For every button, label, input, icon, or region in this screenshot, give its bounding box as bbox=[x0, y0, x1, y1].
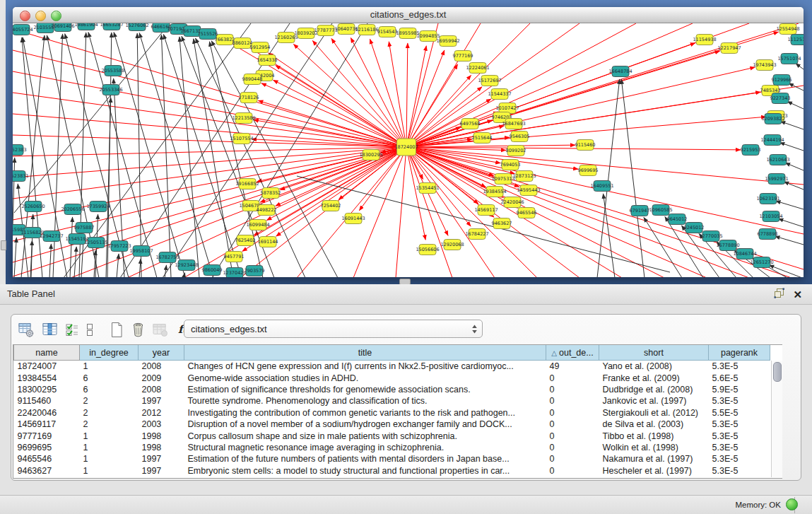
table-scrollbar-thumb[interactable] bbox=[773, 362, 782, 382]
cell-title[interactable]: Disruption of a novel member of a sodium… bbox=[184, 419, 546, 430]
table-row[interactable]: 1872400712008Changes of HCN gene express… bbox=[14, 361, 770, 373]
cell-in_degree[interactable]: 1 bbox=[80, 465, 139, 477]
cell-year[interactable]: 2012 bbox=[139, 407, 184, 419]
network-graph[interactable]: 1872400776638228860124591295416543382342… bbox=[13, 23, 804, 277]
table-scrollbar[interactable] bbox=[771, 361, 782, 477]
delete-column-icon[interactable] bbox=[131, 322, 146, 338]
cell-short[interactable]: Franke et al. (2009) bbox=[599, 372, 709, 383]
cell-out_degree[interactable]: 49 bbox=[546, 361, 599, 373]
cell-in_degree[interactable]: 6 bbox=[80, 372, 139, 383]
cell-out_degree[interactable]: 0 bbox=[546, 372, 599, 383]
cell-in_degree[interactable]: 2 bbox=[80, 419, 139, 430]
cell-name[interactable]: 22420046 bbox=[14, 407, 80, 419]
cell-title[interactable]: Embryonic stem cells: a model to study s… bbox=[184, 465, 546, 477]
cell-short[interactable]: Wolkin et al. (1998) bbox=[599, 442, 709, 453]
column-header-out_degree[interactable]: △out_de... bbox=[546, 345, 599, 361]
cell-pagerank[interactable]: 5.3E-5 bbox=[709, 465, 770, 477]
cell-pagerank[interactable]: 5.3E-5 bbox=[709, 453, 770, 465]
cell-in_degree[interactable]: 2 bbox=[80, 407, 139, 419]
cell-year[interactable]: 1997 bbox=[139, 453, 184, 465]
column-header-name[interactable]: name bbox=[14, 345, 80, 361]
cell-name[interactable]: 9777169 bbox=[14, 430, 80, 441]
new-column-icon[interactable] bbox=[110, 322, 124, 338]
cell-pagerank[interactable]: 5.3E-5 bbox=[709, 430, 770, 441]
cell-title[interactable]: Changes of HCN gene expression and I(f) … bbox=[184, 361, 546, 373]
cell-in_degree[interactable]: 2 bbox=[80, 395, 139, 407]
cell-year[interactable]: 2003 bbox=[139, 419, 184, 430]
column-header-year[interactable]: year bbox=[139, 345, 184, 361]
cell-short[interactable]: Hescheler et al. (1997) bbox=[599, 465, 709, 477]
cell-out_degree[interactable]: 0 bbox=[546, 384, 599, 395]
cell-out_degree[interactable]: 0 bbox=[546, 442, 599, 453]
show-columns-icon[interactable] bbox=[42, 322, 58, 338]
cell-pagerank[interactable]: 5.6E-5 bbox=[709, 372, 770, 383]
cell-short[interactable]: Dudbridge et al. (2008) bbox=[599, 384, 709, 395]
cell-short[interactable]: de Silva et al. (2003) bbox=[599, 419, 709, 430]
table-row[interactable]: 977716911998Corpus callosum shape and si… bbox=[14, 430, 770, 441]
cell-name[interactable]: 9115460 bbox=[14, 395, 80, 407]
cell-name[interactable]: 14569117 bbox=[14, 419, 80, 430]
table-row[interactable]: 911546021997Tourette syndrome. Phenomeno… bbox=[14, 395, 770, 407]
table-selector-dropdown[interactable]: citations_edges.txt bbox=[184, 320, 483, 338]
table-row[interactable]: 1456911722003Disruption of a novel membe… bbox=[14, 419, 770, 430]
column-header-pagerank[interactable]: pagerank bbox=[709, 345, 770, 361]
cell-out_degree[interactable]: 0 bbox=[546, 395, 599, 407]
network-canvas[interactable]: 1872400776638228860124591295416543382342… bbox=[13, 23, 804, 277]
cell-name[interactable]: 18300295 bbox=[14, 384, 80, 395]
table-row[interactable]: 969969511998Structural magnetic resonanc… bbox=[14, 442, 770, 453]
cell-in_degree[interactable]: 6 bbox=[80, 384, 139, 395]
collapsed-panel-grip[interactable] bbox=[1, 240, 6, 250]
import-table-icon[interactable] bbox=[153, 322, 168, 338]
cell-name[interactable]: 9699695 bbox=[14, 442, 80, 453]
cell-year[interactable]: 1998 bbox=[139, 430, 184, 441]
cell-title[interactable]: Investigating the contribution of common… bbox=[184, 407, 546, 419]
cell-out_degree[interactable]: 0 bbox=[546, 453, 599, 465]
close-panel-icon[interactable]: ✕ bbox=[793, 289, 802, 300]
cell-pagerank[interactable]: 5.3E-5 bbox=[709, 419, 770, 430]
cell-year[interactable]: 1997 bbox=[139, 465, 184, 477]
cell-name[interactable]: 9465546 bbox=[14, 453, 80, 465]
column-header-in_degree[interactable]: in_degree bbox=[80, 345, 139, 361]
cell-out_degree[interactable]: 0 bbox=[546, 407, 599, 419]
cell-name[interactable]: 19384554 bbox=[14, 372, 80, 383]
table-mode-icon[interactable] bbox=[18, 322, 35, 338]
cell-pagerank[interactable]: 5.3E-5 bbox=[709, 395, 770, 407]
cell-name[interactable]: 18724007 bbox=[14, 361, 80, 373]
cell-title[interactable]: Estimation of the future numbers of pati… bbox=[184, 453, 546, 465]
row-height-icon[interactable] bbox=[86, 322, 94, 338]
float-panel-icon[interactable] bbox=[774, 288, 784, 301]
cell-in_degree[interactable]: 1 bbox=[80, 361, 139, 373]
cell-short[interactable]: Stergiakouli et al. (2012) bbox=[599, 407, 709, 419]
cell-in_degree[interactable]: 1 bbox=[80, 430, 139, 441]
network-window-titlebar[interactable]: citations_edges.txt bbox=[13, 7, 804, 23]
cell-year[interactable]: 2009 bbox=[139, 372, 184, 383]
cell-pagerank[interactable]: 5.3E-5 bbox=[709, 442, 770, 453]
cell-pagerank[interactable]: 5.3E-5 bbox=[709, 361, 770, 373]
select-rows-icon[interactable] bbox=[65, 322, 79, 338]
cell-short[interactable]: Yano et al. (2008) bbox=[599, 361, 709, 373]
cell-out_degree[interactable]: 0 bbox=[546, 419, 599, 430]
table-row[interactable]: 1938455462009Genome-wide association stu… bbox=[14, 372, 770, 383]
cell-short[interactable]: Nakamura et al. (1997) bbox=[599, 453, 709, 465]
cell-pagerank[interactable]: 5.9E-5 bbox=[709, 384, 770, 395]
network-window[interactable]: citations_edges.txt 18724007766382288601… bbox=[13, 7, 804, 277]
cell-title[interactable]: Genome-wide association studies in ADHD. bbox=[184, 372, 546, 383]
cell-name[interactable]: 9463627 bbox=[14, 465, 80, 477]
column-header-title[interactable]: title bbox=[184, 345, 546, 361]
cell-in_degree[interactable]: 1 bbox=[80, 442, 139, 453]
cell-title[interactable]: Corpus callosum shape and size in male p… bbox=[184, 430, 546, 441]
table-row[interactable]: 946554611997Estimation of the future num… bbox=[14, 453, 770, 465]
cell-out_degree[interactable]: 0 bbox=[546, 465, 599, 477]
cell-year[interactable]: 1997 bbox=[139, 395, 184, 407]
cell-pagerank[interactable]: 5.5E-5 bbox=[709, 407, 770, 419]
cell-out_degree[interactable]: 0 bbox=[546, 430, 599, 441]
table-row[interactable]: 946362711997Embryonic stem cells: a mode… bbox=[14, 465, 770, 477]
table-row[interactable]: 2242004622012Investigating the contribut… bbox=[14, 407, 770, 419]
column-header-short[interactable]: short bbox=[599, 345, 709, 361]
cell-year[interactable]: 2008 bbox=[139, 361, 184, 373]
cell-title[interactable]: Structural magnetic resonance image aver… bbox=[184, 442, 546, 453]
cell-short[interactable]: Tibbo et al. (1998) bbox=[599, 430, 709, 441]
cell-year[interactable]: 1998 bbox=[139, 442, 184, 453]
cell-title[interactable]: Tourette syndrome. Phenomenology and cla… bbox=[184, 395, 546, 407]
cell-in_degree[interactable]: 1 bbox=[80, 453, 139, 465]
